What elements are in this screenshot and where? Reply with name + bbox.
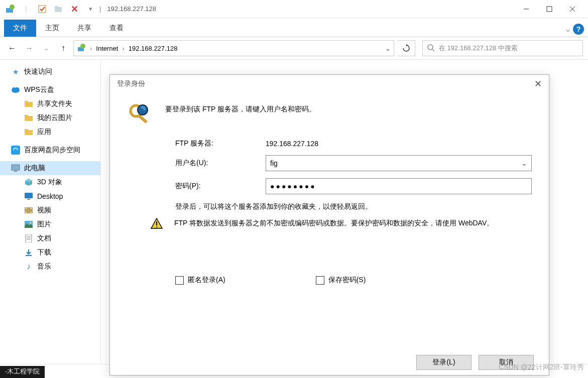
svg-rect-17	[25, 101, 28, 103]
video-icon	[24, 206, 33, 215]
checkbox-label: 匿名登录(A)	[188, 276, 225, 285]
quick-access-toolbar: | ✕ ▾	[4, 3, 96, 15]
sidebar-item-label: 3D 对象	[37, 178, 62, 187]
tab-view[interactable]: 查看	[100, 20, 133, 37]
dialog-title: 登录身份	[117, 79, 145, 88]
cloud-icon	[11, 85, 20, 94]
svg-point-33	[30, 222, 32, 224]
password-input[interactable]: ●●●●●●●●	[266, 178, 532, 194]
sidebar-quick-access[interactable]: ★ 快速访问	[0, 65, 100, 79]
sidebar-baidu[interactable]: 百度网盘同步空间	[0, 143, 100, 157]
sidebar-item-label: 共享文件夹	[37, 99, 72, 108]
sidebar-item-label: 下载	[37, 248, 51, 257]
sidebar-item-label: WPS云盘	[24, 85, 54, 94]
chevron-right-icon[interactable]: ›	[90, 45, 92, 52]
crumb-internet[interactable]: Internet	[96, 45, 118, 52]
crumb-ip[interactable]: 192.168.227.128	[129, 45, 178, 52]
new-folder-icon[interactable]	[52, 3, 64, 15]
cube-icon	[24, 178, 33, 187]
help-button[interactable]: ?	[573, 24, 584, 35]
qat-dropdown-icon[interactable]: ▾	[84, 3, 96, 15]
search-input[interactable]: 在 192.168.227.128 中搜索	[422, 40, 583, 56]
close-icon[interactable]: ✕	[534, 78, 542, 89]
ribbon-expand-icon[interactable]: ⌵	[566, 25, 570, 33]
sidebar-item-label: Desktop	[37, 192, 63, 200]
svg-rect-26	[27, 199, 30, 200]
app-icon	[4, 3, 16, 15]
sidebar-wps-apps[interactable]: 应用	[0, 125, 100, 139]
svg-rect-29	[26, 212, 27, 213]
folder-icon	[24, 128, 33, 137]
minimize-button[interactable]	[515, 1, 538, 17]
delete-icon[interactable]: ✕	[68, 3, 80, 15]
svg-line-12	[432, 49, 434, 51]
forward-button[interactable]: →	[22, 41, 36, 55]
window-controls	[515, 1, 584, 17]
keys-icon	[125, 100, 155, 130]
svg-rect-30	[31, 208, 32, 209]
picture-icon	[24, 220, 33, 229]
download-icon	[24, 248, 33, 257]
username-combobox[interactable]: fig ⌄	[266, 155, 532, 171]
sidebar-3d-objects[interactable]: 3D 对象	[0, 175, 100, 189]
svg-rect-19	[25, 115, 28, 117]
svg-rect-24	[14, 171, 17, 172]
warning-icon	[150, 217, 163, 230]
recent-dropdown-icon[interactable]: ⌄	[39, 41, 53, 55]
svg-rect-22	[11, 146, 20, 155]
folder-icon	[24, 113, 33, 122]
sidebar-wps[interactable]: WPS云盘	[0, 83, 100, 97]
svg-point-10	[80, 44, 85, 49]
password-value: ●●●●●●●●	[270, 182, 316, 190]
sidebar-item-label: 图片	[37, 220, 51, 229]
save-password-checkbox[interactable]: 保存密码(S)	[316, 276, 366, 285]
titlebar: | ✕ ▾ | 192.168.227.128	[0, 0, 588, 18]
sidebar-wps-shared[interactable]: 共享文件夹	[0, 97, 100, 111]
taskbar-fragment: -木工程学院	[0, 366, 45, 378]
star-icon: ★	[11, 67, 20, 76]
sidebar-desktop[interactable]: Desktop	[0, 189, 100, 203]
pc-icon	[11, 164, 20, 173]
qat-sep-icon: |	[20, 3, 32, 15]
search-icon	[427, 44, 435, 53]
login-button[interactable]: 登录(L)	[416, 355, 472, 370]
properties-icon[interactable]	[36, 3, 48, 15]
username-label: 用户名(U):	[175, 159, 266, 168]
cancel-button[interactable]: 取消	[479, 355, 534, 370]
window-title: 192.168.227.128	[107, 5, 156, 13]
sidebar-downloads[interactable]: 下载	[0, 245, 100, 260]
svg-point-15	[15, 87, 19, 91]
tab-file[interactable]: 文件	[4, 20, 36, 37]
username-value: fig	[270, 159, 278, 167]
dialog-warning: FTP 将数据发送到服务器之前不加密或编码密码或数据。要保护密码和数据的安全，请…	[174, 217, 534, 228]
sidebar-item-label: 音乐	[37, 262, 51, 271]
address-bar[interactable]: › Internet › 192.168.227.128 ⌄	[73, 40, 394, 56]
sidebar-music[interactable]: ♪ 音乐	[0, 260, 100, 274]
chevron-down-icon[interactable]: ⌄	[521, 159, 527, 167]
maximize-button[interactable]	[538, 1, 561, 17]
tab-share[interactable]: 共享	[68, 20, 100, 37]
sidebar-videos[interactable]: 视频	[0, 203, 100, 217]
sidebar-pictures[interactable]: 图片	[0, 217, 100, 231]
sidebar-item-label: 视频	[37, 206, 51, 215]
back-button[interactable]: ←	[5, 41, 19, 55]
sidebar-documents[interactable]: 文档	[0, 231, 100, 245]
refresh-button[interactable]	[397, 40, 415, 56]
svg-rect-23	[12, 165, 20, 170]
tab-home[interactable]: 主页	[36, 20, 68, 37]
up-button[interactable]: ↑	[56, 41, 70, 55]
svg-rect-43	[156, 226, 157, 227]
chevron-right-icon[interactable]: ›	[122, 45, 124, 52]
svg-rect-4	[55, 6, 58, 8]
address-dropdown-icon[interactable]: ⌄	[385, 45, 391, 52]
dialog-titlebar: 登录身份 ✕	[110, 75, 549, 93]
sidebar-this-pc[interactable]: 此电脑	[0, 161, 100, 175]
svg-rect-34	[26, 234, 32, 242]
anonymous-checkbox[interactable]: 匿名登录(A)	[175, 276, 225, 285]
close-button[interactable]	[561, 1, 584, 17]
document-icon	[24, 234, 33, 243]
server-label: FTP 服务器:	[175, 139, 266, 148]
sidebar-wps-pics[interactable]: 我的云图片	[0, 111, 100, 125]
server-value: 192.168.227.128	[266, 140, 318, 148]
location-icon	[77, 43, 86, 54]
